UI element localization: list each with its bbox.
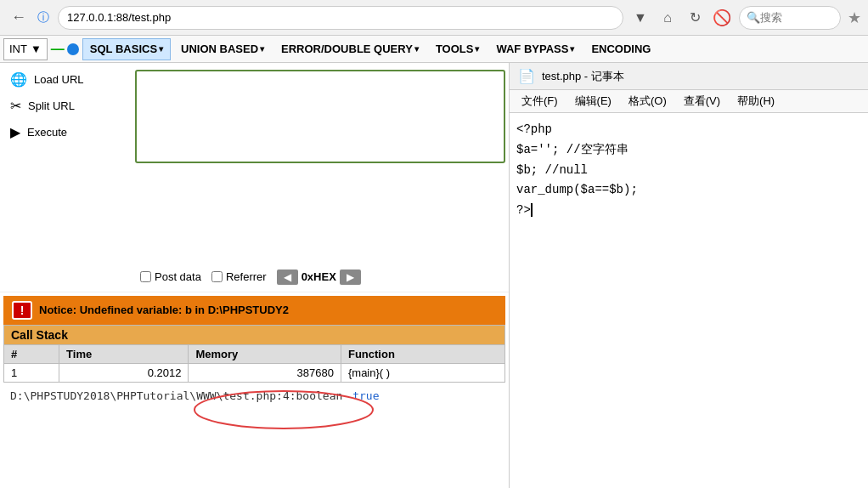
col-memory: Memory (189, 344, 341, 363)
post-data-checkbox[interactable] (140, 271, 151, 282)
home-icon[interactable]: ⌂ (657, 8, 678, 28)
table-row: 1 0.2012 387680 {main}( ) (4, 363, 505, 382)
referrer-checkbox[interactable] (211, 271, 223, 282)
url-textarea[interactable] (135, 70, 505, 163)
code-line-4: var_dump($a==$b); (516, 180, 861, 201)
chevron-down-icon: ▼ (31, 43, 42, 55)
options-row: Post data Referrer ◀ 0xHEX ▶ (0, 263, 509, 292)
right-panel: 📄 test.php - 记事本 文件(F) 编辑(E) 格式(O) 查看(V)… (510, 63, 868, 488)
tools-menu[interactable]: TOOLS▾ (429, 38, 487, 60)
union-based-menu[interactable]: UNION BASED▾ (174, 38, 271, 60)
text-cursor (531, 203, 533, 217)
code-line-1: <?php (516, 120, 861, 140)
url-input[interactable] (58, 6, 623, 30)
notepad-menubar: 文件(F) 编辑(E) 格式(O) 查看(V) 帮助(H) (510, 90, 868, 113)
left-panel: 🌐 Load URL ✂ Split URL ▶ Execute Post da… (0, 63, 510, 488)
sql-basics-menu[interactable]: SQL BASICS▾ (82, 38, 171, 60)
notepad-help-menu[interactable]: 帮助(H) (729, 92, 783, 111)
search-icon: 🔍 (747, 11, 760, 24)
int-dropdown[interactable]: INT ▼ (3, 38, 48, 60)
info-icon: ⓘ (37, 10, 49, 26)
toolbar-dividers: — (51, 42, 79, 57)
reload-icon[interactable]: ↻ (685, 8, 705, 28)
col-hash: # (4, 344, 59, 363)
dropdown-icon[interactable]: ▼ (630, 8, 651, 28)
hex-left-button[interactable]: ◀ (277, 270, 298, 285)
col-time: Time (59, 344, 189, 363)
call-stack-header: Call Stack (4, 325, 505, 344)
block-icon[interactable]: 🚫 (712, 8, 732, 28)
error-double-query-menu[interactable]: ERROR/DOUBLE QUERY▾ (274, 38, 426, 60)
sidebar: 🌐 Load URL ✂ Split URL ▶ Execute (0, 63, 132, 145)
error-notice: ! Notice: Undefined variable: b in D:\PH… (3, 296, 505, 325)
notepad-title: test.php - 记事本 (542, 69, 624, 84)
cell-memory: 387680 (189, 363, 341, 382)
output-path: D:\PHPSTUDY2018\PHPTutorial\WWW\test.php… (7, 384, 382, 407)
output-area: ! Notice: Undefined variable: b in D:\PH… (0, 292, 509, 489)
output-value: true (352, 389, 379, 402)
notepad-icon: 📄 (518, 68, 535, 84)
browser-bar: ← ⓘ ▼ ⌂ ↻ 🚫 🔍 ★ (0, 0, 868, 36)
search-bar: 🔍 (739, 6, 841, 30)
post-data-option[interactable]: Post data (140, 270, 201, 283)
notepad-edit-menu[interactable]: 编辑(E) (566, 92, 620, 111)
encoding-menu[interactable]: ENCODING (584, 38, 657, 60)
referrer-option[interactable]: Referrer (211, 270, 267, 283)
execute-icon: ▶ (10, 124, 20, 140)
split-url-label: Split URL (28, 99, 75, 112)
load-url-icon: 🌐 (10, 71, 27, 88)
output-text-area: D:\PHPSTUDY2018\PHPTutorial\WWW\test.php… (3, 383, 505, 409)
hex-buttons: ◀ 0xHEX ▶ (277, 270, 361, 285)
dot-icon (67, 43, 79, 55)
notepad-file-menu[interactable]: 文件(F) (513, 92, 566, 111)
sidebar-item-execute[interactable]: ▶ Execute (0, 119, 132, 145)
cell-index: 1 (4, 363, 59, 382)
col-function: Function (341, 344, 504, 363)
back-button[interactable]: ← (7, 6, 31, 30)
hex-label: 0xHEX (302, 270, 336, 283)
url-input-area (132, 66, 509, 263)
referrer-label: Referrer (226, 270, 267, 283)
error-notice-text: Notice: Undefined variable: b in D:\PHPS… (39, 304, 289, 316)
notepad-content[interactable]: <?php $a=''; //空字符串 $b; //null var_dump(… (510, 113, 868, 488)
code-line-3: $b; //null (516, 161, 861, 181)
int-label: INT (9, 43, 27, 55)
error-icon: ! (12, 301, 32, 320)
execute-label: Execute (27, 126, 67, 139)
cell-time: 0.2012 (59, 363, 189, 382)
hex-right-button[interactable]: ▶ (340, 270, 361, 285)
code-line-2: $a=''; //空字符串 (516, 140, 861, 161)
search-input[interactable] (760, 11, 828, 24)
sidebar-item-load-url[interactable]: 🌐 Load URL (0, 66, 132, 93)
notepad-format-menu[interactable]: 格式(O) (620, 92, 675, 111)
main-area: 🌐 Load URL ✂ Split URL ▶ Execute Post da… (0, 63, 868, 488)
notepad-titlebar: 📄 test.php - 记事本 (510, 63, 868, 90)
toolbar: INT ▼ — SQL BASICS▾ UNION BASED▾ ERROR/D… (0, 36, 868, 63)
post-data-label: Post data (155, 270, 201, 283)
split-url-icon: ✂ (10, 98, 21, 114)
cell-function: {main}( ) (341, 363, 504, 382)
code-line-5: ?> (516, 201, 861, 221)
waf-bypass-menu[interactable]: WAF BYPASS▾ (489, 38, 581, 60)
sidebar-item-split-url[interactable]: ✂ Split URL (0, 93, 132, 119)
dash-icon: — (51, 42, 65, 57)
load-url-label: Load URL (34, 73, 84, 86)
call-stack-table: Call Stack # Time Memory Function 1 0.20… (3, 325, 505, 383)
bookmark-button[interactable]: ★ (848, 9, 861, 27)
notepad-view-menu[interactable]: 查看(V) (675, 92, 729, 111)
